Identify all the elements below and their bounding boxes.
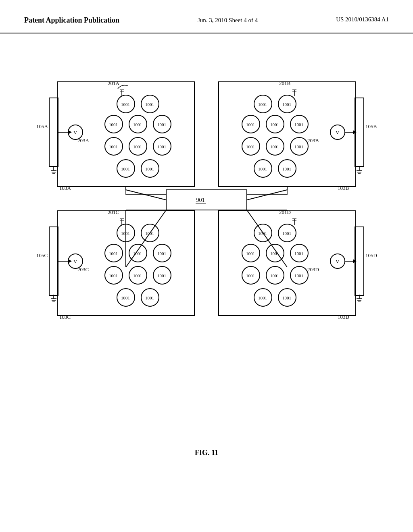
svg-text:1001: 1001 [246, 122, 255, 127]
svg-text:201A: 201A [108, 80, 120, 86]
svg-text:V: V [73, 129, 77, 135]
svg-text:1001: 1001 [121, 102, 130, 107]
svg-text:1001: 1001 [121, 231, 130, 236]
svg-text:1001: 1001 [145, 166, 154, 171]
svg-text:203C: 203C [77, 266, 89, 272]
svg-text:1001: 1001 [133, 273, 142, 278]
svg-text:1001: 1001 [109, 122, 118, 127]
svg-text:203B: 203B [307, 137, 319, 143]
svg-text:1001: 1001 [258, 231, 267, 236]
svg-text:1001: 1001 [294, 144, 303, 149]
svg-text:1001: 1001 [270, 273, 279, 278]
svg-text:105D: 105D [365, 252, 377, 258]
svg-text:1001: 1001 [270, 144, 279, 149]
header-right-text: US 2010/0136384 A1 [336, 16, 389, 23]
svg-text:1001: 1001 [270, 122, 279, 127]
svg-text:901: 901 [196, 197, 205, 203]
header-center-text: Jun. 3, 2010 Sheet 4 of 4 [198, 16, 258, 25]
svg-text:105A: 105A [36, 123, 48, 129]
svg-text:1001: 1001 [109, 251, 118, 256]
header-left-text: Patent Application Publication [24, 16, 119, 25]
svg-text:1001: 1001 [121, 166, 130, 171]
svg-text:1001: 1001 [109, 144, 118, 149]
figure-caption: FIG. 11 [0, 449, 413, 457]
svg-text:1001: 1001 [133, 251, 142, 256]
svg-text:1001: 1001 [258, 295, 267, 300]
svg-text:201B: 201B [279, 80, 291, 86]
svg-text:105C: 105C [36, 252, 48, 258]
svg-rect-2 [49, 98, 58, 166]
svg-text:1001: 1001 [282, 231, 291, 236]
svg-text:1001: 1001 [145, 102, 154, 107]
svg-marker-8 [68, 130, 72, 134]
svg-text:1001: 1001 [157, 251, 166, 256]
svg-text:203D: 203D [307, 266, 319, 272]
svg-rect-68 [166, 190, 247, 210]
svg-text:1001: 1001 [282, 166, 291, 171]
svg-text:V: V [336, 258, 340, 264]
svg-text:V: V [73, 258, 77, 264]
svg-line-76 [126, 200, 166, 210]
svg-text:1001: 1001 [157, 144, 166, 149]
svg-text:1001: 1001 [109, 273, 118, 278]
svg-text:1001: 1001 [157, 122, 166, 127]
svg-line-78 [247, 210, 287, 267]
svg-text:1001: 1001 [294, 273, 303, 278]
svg-text:1001: 1001 [282, 102, 291, 107]
svg-line-77 [126, 210, 166, 267]
svg-rect-85 [49, 227, 58, 295]
svg-text:105B: 105B [365, 123, 377, 129]
svg-text:103C: 103C [59, 314, 71, 320]
svg-text:1001: 1001 [121, 295, 130, 300]
page-header: Patent Application Publication Jun. 3, 2… [0, 0, 413, 33]
svg-text:1001: 1001 [246, 144, 255, 149]
svg-text:1001: 1001 [246, 273, 255, 278]
svg-text:203A: 203A [77, 137, 90, 143]
svg-text:1001: 1001 [133, 144, 142, 149]
svg-marker-91 [68, 259, 72, 263]
svg-text:1001: 1001 [246, 251, 255, 256]
svg-text:1001: 1001 [294, 122, 303, 127]
svg-text:1001: 1001 [258, 102, 267, 107]
svg-text:103A: 103A [59, 185, 71, 191]
svg-text:V: V [336, 129, 340, 135]
svg-text:1001: 1001 [145, 295, 154, 300]
svg-text:1001: 1001 [145, 231, 154, 236]
diagram-area: 103A 105A V 203A 201A 1001 1001 1001 100… [0, 42, 413, 445]
svg-text:103B: 103B [338, 185, 349, 191]
svg-text:1001: 1001 [294, 251, 303, 256]
svg-text:1001: 1001 [270, 251, 279, 256]
svg-text:201C: 201C [108, 209, 119, 215]
svg-text:1001: 1001 [157, 273, 166, 278]
svg-text:1001: 1001 [282, 295, 291, 300]
svg-text:1001: 1001 [133, 122, 142, 127]
svg-text:103D: 103D [338, 314, 349, 320]
svg-text:1001: 1001 [258, 166, 267, 171]
